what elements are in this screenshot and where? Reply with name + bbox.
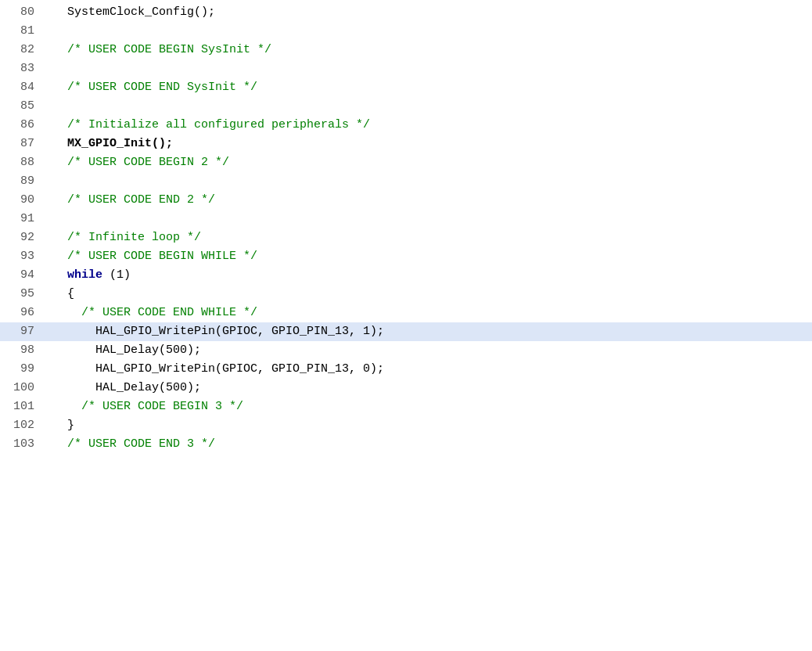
code-line: 98 HAL_Delay(500); (0, 341, 812, 360)
code-line: 89 (0, 172, 812, 191)
line-number: 91 (0, 210, 47, 228)
code-line: 94 while (1) (0, 266, 812, 285)
line-content: /* USER CODE BEGIN 3 */ (47, 397, 812, 416)
line-number: 94 (0, 266, 47, 285)
code-editor: 80 SystemClock_Config();8182 /* USER COD… (0, 0, 812, 651)
line-number: 92 (0, 228, 47, 247)
line-content: } (47, 416, 812, 435)
line-content: /* USER CODE BEGIN 2 */ (47, 153, 812, 172)
code-line: 83 (0, 59, 812, 78)
line-content: /* Infinite loop */ (47, 228, 812, 247)
code-line: 91 (0, 210, 812, 228)
code-line: 103 /* USER CODE END 3 */ (0, 435, 812, 454)
line-content: { (47, 285, 812, 304)
line-number: 103 (0, 435, 47, 454)
code-line: 99 HAL_GPIO_WritePin(GPIOC, GPIO_PIN_13,… (0, 360, 812, 379)
code-line: 102 } (0, 416, 812, 435)
line-number: 84 (0, 78, 47, 97)
line-content: MX_GPIO_Init(); (47, 135, 812, 153)
line-number: 86 (0, 116, 47, 135)
line-content: SystemClock_Config(); (47, 3, 812, 22)
line-number: 96 (0, 304, 47, 322)
line-content: /* USER CODE END WHILE */ (47, 304, 812, 322)
line-number: 87 (0, 135, 47, 153)
code-line: 97 HAL_GPIO_WritePin(GPIOC, GPIO_PIN_13,… (0, 322, 812, 341)
line-content: /* USER CODE BEGIN WHILE */ (47, 247, 812, 266)
code-line: 87 MX_GPIO_Init(); (0, 135, 812, 153)
code-line: 88 /* USER CODE BEGIN 2 */ (0, 153, 812, 172)
line-content: HAL_GPIO_WritePin(GPIOC, GPIO_PIN_13, 0)… (47, 360, 812, 379)
code-line: 80 SystemClock_Config(); (0, 3, 812, 22)
line-number: 85 (0, 97, 47, 116)
line-content (47, 22, 812, 41)
line-content: while (1) (47, 266, 812, 285)
code-line: 95 { (0, 285, 812, 304)
line-content: /* USER CODE END SysInit */ (47, 78, 812, 97)
code-line: 93 /* USER CODE BEGIN WHILE */ (0, 247, 812, 266)
line-content: HAL_Delay(500); (47, 379, 812, 397)
line-content: /* USER CODE BEGIN SysInit */ (47, 41, 812, 59)
line-content (47, 97, 812, 116)
line-number: 98 (0, 341, 47, 360)
line-number: 88 (0, 153, 47, 172)
line-content: /* Initialize all configured peripherals… (47, 116, 812, 135)
line-number: 100 (0, 379, 47, 397)
code-line: 85 (0, 97, 812, 116)
code-line: 82 /* USER CODE BEGIN SysInit */ (0, 41, 812, 59)
line-number: 101 (0, 397, 47, 416)
line-content: HAL_Delay(500); (47, 341, 812, 360)
line-number: 102 (0, 416, 47, 435)
line-number: 95 (0, 285, 47, 304)
line-number: 89 (0, 172, 47, 191)
line-content: /* USER CODE END 2 */ (47, 191, 812, 210)
line-number: 83 (0, 59, 47, 78)
line-content: HAL_GPIO_WritePin(GPIOC, GPIO_PIN_13, 1)… (47, 322, 812, 341)
line-number: 99 (0, 360, 47, 379)
code-line: 101 /* USER CODE BEGIN 3 */ (0, 397, 812, 416)
line-number: 81 (0, 22, 47, 41)
code-line: 86 /* Initialize all configured peripher… (0, 116, 812, 135)
line-number: 93 (0, 247, 47, 266)
line-content (47, 172, 812, 191)
code-line: 100 HAL_Delay(500); (0, 379, 812, 397)
line-number: 90 (0, 191, 47, 210)
code-line: 84 /* USER CODE END SysInit */ (0, 78, 812, 97)
code-line: 90 /* USER CODE END 2 */ (0, 191, 812, 210)
line-content: /* USER CODE END 3 */ (47, 435, 812, 454)
code-line: 96 /* USER CODE END WHILE */ (0, 304, 812, 322)
code-line: 92 /* Infinite loop */ (0, 228, 812, 247)
line-content (47, 59, 812, 78)
line-content (47, 210, 812, 228)
line-number: 80 (0, 3, 47, 22)
code-line: 81 (0, 22, 812, 41)
line-number: 82 (0, 41, 47, 59)
line-number: 97 (0, 322, 47, 341)
